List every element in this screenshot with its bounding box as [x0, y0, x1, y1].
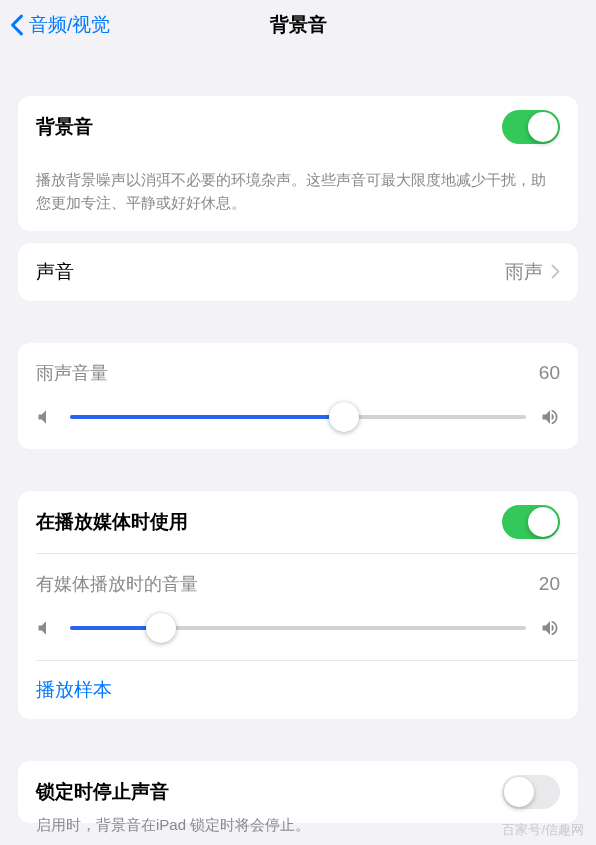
group-background-sound: 背景音 播放背景噪声以消弭不必要的环境杂声。这些声音可最大限度地减少干扰，助您更…	[18, 96, 578, 231]
group-media: 在播放媒体时使用 有媒体播放时的音量 20	[18, 491, 578, 719]
play-sample-button[interactable]: 播放样本	[18, 661, 578, 719]
background-sound-toggle[interactable]	[502, 110, 560, 144]
rain-volume-value: 60	[539, 362, 560, 384]
sound-select-row[interactable]: 声音 雨声	[18, 243, 578, 301]
slider-thumb[interactable]	[146, 613, 176, 643]
group-sound-select: 声音 雨声	[18, 243, 578, 301]
sound-label: 声音	[36, 259, 74, 285]
volume-high-icon	[540, 618, 560, 638]
lock-stop-label: 锁定时停止声音	[36, 779, 169, 805]
lock-stop-description: 启用时，背景音在iPad 锁定时将会停止。	[18, 801, 578, 836]
media-volume-slider[interactable]	[70, 626, 526, 630]
volume-low-icon	[36, 407, 56, 427]
slider-thumb[interactable]	[329, 402, 359, 432]
rain-volume-label: 雨声音量	[36, 361, 108, 385]
nav-header: 音频/视觉 背景音	[0, 0, 596, 50]
media-volume-label: 有媒体播放时的音量	[36, 572, 198, 596]
watermark: 百家号/信趣网	[502, 821, 584, 839]
media-use-label: 在播放媒体时使用	[36, 509, 188, 535]
rain-volume-slider[interactable]	[70, 415, 526, 419]
lock-stop-toggle[interactable]	[502, 775, 560, 809]
chevron-left-icon	[10, 14, 24, 36]
media-volume-value: 20	[539, 573, 560, 595]
chevron-right-icon	[551, 264, 560, 279]
background-sound-description: 播放背景噪声以消弭不必要的环境杂声。这些声音可最大限度地减少干扰，助您更加专注、…	[18, 158, 578, 231]
back-label: 音频/视觉	[29, 12, 110, 38]
media-use-toggle[interactable]	[502, 505, 560, 539]
volume-high-icon	[540, 407, 560, 427]
back-button[interactable]: 音频/视觉	[10, 12, 110, 38]
volume-low-icon	[36, 618, 56, 638]
group-rain-volume: 雨声音量 60	[18, 343, 578, 449]
sound-value: 雨声	[505, 259, 543, 285]
background-sound-label: 背景音	[36, 114, 93, 140]
